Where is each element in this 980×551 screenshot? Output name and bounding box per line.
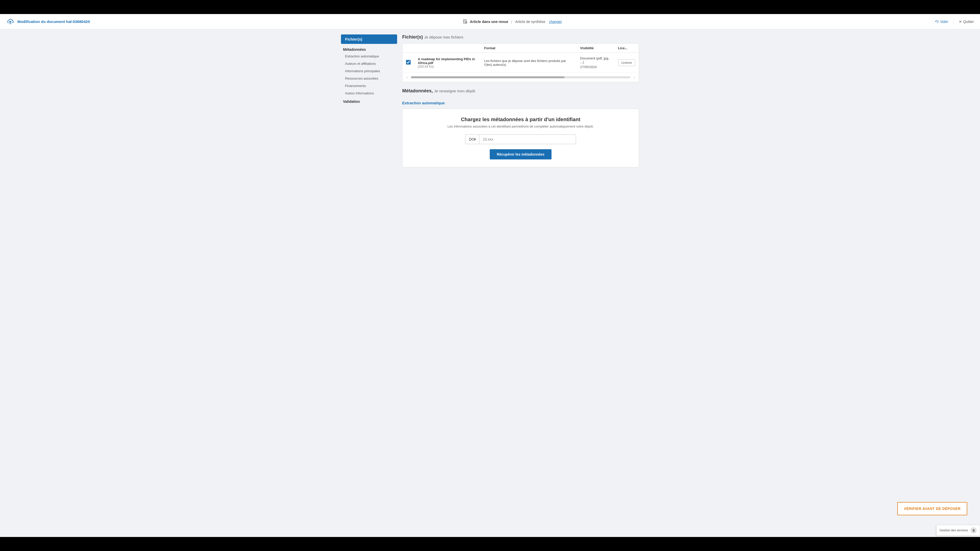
file-format-cell: Document (pdf, jpg, ...) 27/05/2024 bbox=[576, 53, 614, 73]
document-icon bbox=[463, 19, 468, 24]
header-right: Vider ✕ Quitter bbox=[935, 19, 974, 25]
sidebar-section-metadonnees[interactable]: Métadonnées bbox=[341, 45, 397, 52]
file-description-cell: Les fichiers que je dépose sont des fich… bbox=[480, 53, 576, 73]
sidebar: Fichier(s) Métadonnées Extraction automa… bbox=[341, 35, 397, 167]
header-left: Modification du document hal-03680420 bbox=[6, 17, 90, 26]
file-info-cell: A roadmap for implementing PIDs in Afric… bbox=[414, 53, 480, 73]
table-scrollbar-row: ‹ › bbox=[402, 73, 639, 82]
scrollbar-track[interactable] bbox=[411, 76, 631, 78]
file-size: (202.64 Ko) bbox=[418, 65, 477, 68]
sidebar-item-financements[interactable]: Financements bbox=[341, 82, 397, 89]
undo-icon bbox=[935, 20, 939, 24]
file-licence-cell[interactable]: Licence bbox=[614, 53, 639, 73]
header-changer-link[interactable]: changer bbox=[549, 20, 562, 24]
doi-select-wrapper: DOI ▼ bbox=[465, 135, 479, 144]
col-checkbox bbox=[402, 44, 414, 53]
metadata-card: Chargez les métadonnées à partir d'un id… bbox=[402, 109, 639, 167]
quitter-label: Quitter bbox=[963, 20, 974, 24]
fichiers-section-title: Fichier(s) Je dépose mes fichiers bbox=[402, 35, 639, 40]
col-visibilite: Visibilité bbox=[576, 44, 614, 53]
scroll-right-button[interactable]: › bbox=[632, 75, 636, 80]
col-filename bbox=[414, 44, 480, 53]
doi-input[interactable] bbox=[479, 135, 576, 144]
metadata-card-subtitle: Les informations associées à cet identif… bbox=[413, 124, 628, 128]
extraction-automatique-link[interactable]: Extraction automatique bbox=[402, 101, 445, 105]
col-format: Format bbox=[480, 44, 576, 53]
doi-row: DOI ▼ bbox=[413, 135, 628, 144]
sidebar-item-auteurs-affiliations[interactable]: Auteurs et affiliations bbox=[341, 60, 397, 67]
quitter-x: ✕ bbox=[959, 20, 962, 24]
vider-button[interactable]: Vider bbox=[935, 20, 948, 24]
licence-button[interactable]: Licence bbox=[618, 59, 635, 66]
file-checkbox[interactable] bbox=[406, 60, 410, 65]
metadata-section-title: Métadonnées, Je renseigne mon dépôt bbox=[402, 88, 639, 94]
header-sub-type: Article de synthèse bbox=[515, 20, 546, 24]
header-doc-type: Article dans une revue bbox=[470, 20, 508, 24]
col-licence: Lice... bbox=[614, 44, 639, 53]
cloud-upload-icon bbox=[6, 17, 14, 26]
sidebar-item-autres-informations[interactable]: Autres Informations bbox=[341, 89, 397, 97]
file-name: A roadmap for implementing PIDs in Afric… bbox=[418, 57, 477, 65]
header-title: Modification du document hal-03680420 bbox=[18, 19, 90, 24]
recuperer-button[interactable]: Récupérer les métadonnées bbox=[490, 149, 552, 159]
table-row: A roadmap for implementing PIDs in Afric… bbox=[402, 53, 639, 73]
main-layout: Fichier(s) Métadonnées Extraction automa… bbox=[337, 29, 643, 172]
sidebar-item-informations-principales[interactable]: Informations principales bbox=[341, 67, 397, 75]
files-table: Format Visibilité Lice... bbox=[402, 44, 639, 73]
vider-label: Vider bbox=[940, 20, 948, 24]
file-checkbox-cell[interactable] bbox=[402, 53, 414, 73]
metadata-section: Métadonnées, Je renseigne mon dépôt Extr… bbox=[402, 88, 639, 167]
metadata-card-title: Chargez les métadonnées à partir d'un id… bbox=[413, 117, 628, 122]
scrollbar-thumb bbox=[411, 76, 565, 78]
header: Modification du document hal-03680420 Ar… bbox=[0, 14, 980, 29]
sidebar-item-fichiers[interactable]: Fichier(s) bbox=[341, 35, 397, 44]
sidebar-item-ressources-associees[interactable]: Ressources associées bbox=[341, 75, 397, 82]
files-card: Format Visibilité Lice... bbox=[402, 43, 639, 82]
quitter-button[interactable]: ✕ Quitter bbox=[959, 20, 974, 24]
scroll-left-button[interactable]: ‹ bbox=[405, 75, 409, 80]
divider bbox=[953, 19, 954, 25]
sidebar-item-extraction-automatique[interactable]: Extraction automatique bbox=[341, 52, 397, 60]
content-area: Fichier(s) Je dépose mes fichiers Format… bbox=[402, 35, 639, 167]
top-black-bar bbox=[0, 0, 980, 14]
header-center: Article dans une revue | Article de synt… bbox=[463, 19, 562, 24]
header-separator: | bbox=[511, 20, 512, 24]
doi-select[interactable]: DOI bbox=[465, 135, 479, 144]
sidebar-section-validation[interactable]: Validation bbox=[341, 97, 397, 105]
